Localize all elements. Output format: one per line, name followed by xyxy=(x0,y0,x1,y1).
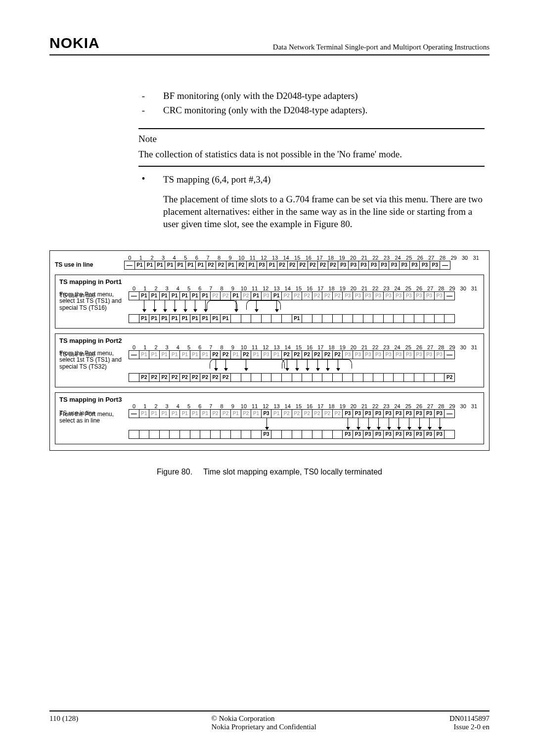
col-num: 25 xyxy=(403,344,414,350)
col-num: 4 xyxy=(173,285,183,291)
col-num: 16 xyxy=(304,285,315,291)
ts-cell: P2 xyxy=(322,291,333,300)
ts-cell: P3 xyxy=(363,409,374,418)
ts-cell: P2 xyxy=(328,261,339,270)
ts-section: • TS mapping (6,4, port #,3,4) The place… xyxy=(138,174,485,231)
col-num: 17 xyxy=(314,255,325,261)
ts-cell: P2 xyxy=(281,409,292,418)
arrow-down-icon xyxy=(378,418,379,428)
arrow-down-icon xyxy=(216,359,216,369)
ts-cell: — xyxy=(444,409,455,418)
ts-cell: P3 xyxy=(393,291,404,300)
col-num: 22 xyxy=(370,285,381,291)
ts-cell: P2 xyxy=(277,261,288,270)
ts-cell: P1 xyxy=(155,261,166,270)
ts-cell: P3 xyxy=(338,261,349,270)
col-num: 8 xyxy=(217,285,227,291)
ts-cell: P1 xyxy=(246,261,257,270)
col-num: 13 xyxy=(271,344,282,350)
figure-caption: Figure 80. Time slot mapping example, TS… xyxy=(49,468,490,476)
ts-cell: P1 xyxy=(200,409,211,418)
col-num: 1 xyxy=(139,344,150,350)
col-num: 3 xyxy=(162,403,173,409)
ts-cell: — xyxy=(440,261,450,270)
col-num: 6 xyxy=(194,344,205,350)
ts-cell: P2 xyxy=(281,350,292,359)
arrow-down-icon xyxy=(307,359,308,369)
col-num: 15 xyxy=(293,344,304,350)
col-num: 8 xyxy=(217,344,227,350)
col-num: 10 xyxy=(238,344,249,350)
ts-cell: P1 xyxy=(144,261,155,270)
ts-cell: P1 xyxy=(226,261,237,270)
ts-cell: P1 xyxy=(271,350,282,359)
ts-cell: P1 xyxy=(159,291,170,300)
ts-cell: — xyxy=(129,409,139,418)
col-num: 28 xyxy=(436,344,446,350)
col-num: 19 xyxy=(337,403,348,409)
col-num: 7 xyxy=(205,285,216,291)
ts-cell: P1 xyxy=(139,350,150,359)
ts-paragraph: The placement of time slots to a G.704 f… xyxy=(163,193,485,230)
ts-cell: P2 xyxy=(297,261,308,270)
col-num: 0 xyxy=(129,344,139,350)
col-num: 23 xyxy=(381,285,392,291)
col-num: 14 xyxy=(280,255,292,261)
ts-cell: P1 xyxy=(159,409,170,418)
col-num: 9 xyxy=(224,255,236,261)
col-num: 10 xyxy=(238,285,249,291)
ts-cell: P3 xyxy=(379,261,390,270)
ts-cell: P3 xyxy=(261,291,272,300)
ts-cell: P1 xyxy=(179,291,190,300)
ts-cell: — xyxy=(129,350,139,359)
column-numbers: 0123456789101112131415161718192021222324… xyxy=(129,344,480,350)
ts-cell: P2 xyxy=(220,409,231,418)
ts-cell: P2 xyxy=(292,291,303,300)
col-num: 26 xyxy=(414,255,426,261)
ts-cell: P2 xyxy=(332,350,343,359)
col-num: 11 xyxy=(249,344,260,350)
ts-cell: P3 xyxy=(373,409,384,418)
arrow-down-icon xyxy=(256,300,257,310)
port1-block: TS mapping in Port1 01234567891011121314… xyxy=(55,275,484,329)
col-num: 2 xyxy=(150,344,161,350)
figure-80: 0123456789101112131415161718192021222324… xyxy=(49,250,490,451)
col-num: 24 xyxy=(392,285,403,291)
col-num: 5 xyxy=(183,403,194,409)
ts-use-cells: —P1P1P1P1P1P1P1P2P2P1P2P1P3P1P2P2P2P2P2P… xyxy=(124,261,450,270)
ts-cell: P1 xyxy=(200,350,211,359)
col-num: 19 xyxy=(337,285,348,291)
ts-cell: P1 xyxy=(230,409,241,418)
ts-cell: P2 xyxy=(302,409,312,418)
port2-title: TS mapping in Port2 xyxy=(59,337,480,344)
bullet-text: CRC monitoring (only with the D2048-type… xyxy=(163,104,367,117)
col-num: 27 xyxy=(425,344,436,350)
col-num: 11 xyxy=(249,403,260,409)
ts-cell: P3 xyxy=(368,261,379,270)
arrow-down-icon xyxy=(205,300,206,310)
note-label: Note xyxy=(138,133,485,145)
ts-cell: P1 xyxy=(190,409,201,418)
nokia-logo: NOKIA xyxy=(49,35,100,51)
ts-cell: P1 xyxy=(190,291,201,300)
col-num: 10 xyxy=(236,255,247,261)
col-num: 15 xyxy=(292,255,303,261)
ts-cell: P2 xyxy=(220,291,231,300)
port3-note: From the Port menu, select as in line xyxy=(59,410,129,425)
col-num: 3 xyxy=(158,255,169,261)
arrow-down-icon xyxy=(409,418,409,428)
col-num: 19 xyxy=(337,344,348,350)
col-num: 25 xyxy=(403,255,415,261)
ts-cell: P1 xyxy=(149,409,160,418)
col-num: 2 xyxy=(150,285,161,291)
arrow-down-icon xyxy=(165,300,165,310)
ts-cell: P1 xyxy=(251,409,262,418)
ts-cell: P2 xyxy=(210,350,221,359)
port2-note: From the Port menu, select 1st TS (TS1) … xyxy=(59,349,129,371)
col-num: 27 xyxy=(425,403,436,409)
col-num: 3 xyxy=(162,344,173,350)
ts-cell: P3 xyxy=(399,261,410,270)
col-num: 9 xyxy=(227,285,238,291)
ts-cell: P3 xyxy=(393,350,404,359)
ts-cell: P3 xyxy=(403,350,414,359)
